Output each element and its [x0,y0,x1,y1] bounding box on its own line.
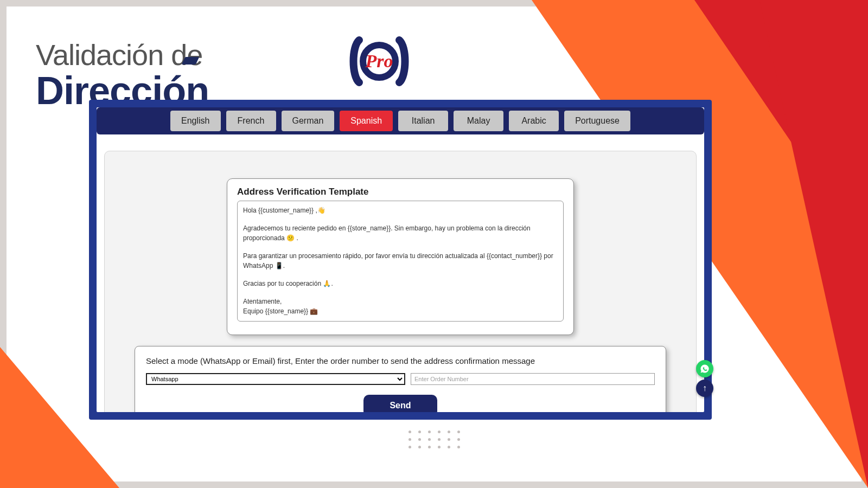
lang-tab-german[interactable]: German [282,111,335,131]
app-inner: EnglishFrenchGermanSpanishItalianMalayAr… [97,107,704,412]
pro-logo: Pro [340,30,419,92]
lang-tab-spanish[interactable]: Spanish [340,111,393,131]
lang-tab-arabic[interactable]: Arabic [509,111,559,131]
panel-background: Address Verification Template Hola {{cus… [104,151,697,412]
app-frame: EnglishFrenchGermanSpanishItalianMalayAr… [89,100,712,420]
bg-triangle-red-edge [760,0,868,488]
action-row: Whatsapp [146,373,655,385]
lang-tab-french[interactable]: French [226,111,276,131]
template-card: Address Verification Template Hola {{cus… [227,178,574,335]
lang-tab-english[interactable]: English [170,111,220,131]
template-sign1: Atentamente, [243,298,282,305]
template-p1: Agradecemos tu reciente pedido en {{stor… [243,223,558,243]
scroll-top-button[interactable]: ↑ [696,380,713,397]
lang-tab-portuguese[interactable]: Portuguese [564,111,630,131]
lang-tab-malay[interactable]: Malay [454,111,503,131]
mode-select[interactable]: Whatsapp [146,373,405,385]
template-p2: Para garantizar un procesamiento rápido,… [243,251,558,271]
template-title: Address Verification Template [237,187,564,197]
svg-text:Pro: Pro [365,51,393,71]
whatsapp-icon [700,364,710,374]
template-signature: Atentamente, Equipo {{store_name}} 💼 [243,297,558,317]
page-title-line1: Validación de [36,38,209,72]
action-help-text: Select a mode (WhatsApp or Email) first,… [146,356,655,365]
template-greeting: Hola {{customer_name}} ,👋 [243,206,558,216]
template-thanks: Gracias por tu cooperación 🙏. [243,279,558,289]
whatsapp-float-button[interactable] [696,360,713,377]
send-button[interactable]: Send [363,395,437,412]
dots-decoration [7,428,861,451]
lang-tab-italian[interactable]: Italian [398,111,448,131]
arrow-up-icon: ↑ [703,383,707,393]
order-number-input[interactable] [411,373,655,385]
template-body: Hola {{customer_name}} ,👋 Agradecemos tu… [237,201,564,322]
language-tab-bar: EnglishFrenchGermanSpanishItalianMalayAr… [97,107,704,134]
template-sign2: Equipo {{store_name}} 💼 [243,307,318,315]
action-card: Select a mode (WhatsApp or Email) first,… [135,346,666,412]
